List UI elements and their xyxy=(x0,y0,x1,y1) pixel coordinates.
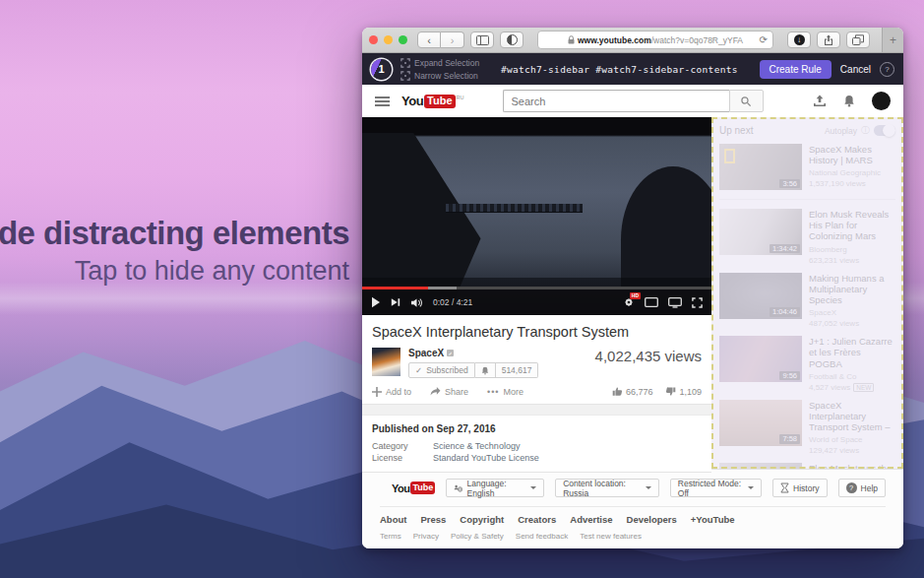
footer-youtube-logo[interactable]: You Tube xyxy=(392,482,435,495)
narrow-selection-button[interactable]: Narrow Selection xyxy=(400,71,479,81)
channel-name[interactable]: SpaceX xyxy=(408,348,444,358)
volume-button[interactable] xyxy=(410,297,423,308)
help-button[interactable]: ? xyxy=(880,62,894,77)
next-button[interactable] xyxy=(391,297,400,307)
add-to-button[interactable]: Add to xyxy=(372,387,411,397)
caret-down-icon xyxy=(530,486,536,489)
location-label: Content location: Russia xyxy=(563,479,640,498)
history-button[interactable]: History xyxy=(772,479,827,497)
watch-sidebar: Up next Autoplay ⓘ 3:56 SpaceX Makes His… xyxy=(711,117,903,469)
video-description: Published on Sep 27, 2016 Category Scien… xyxy=(362,415,711,473)
add-icon xyxy=(372,387,382,397)
view-count: 4,022,435 views xyxy=(595,348,702,364)
like-button[interactable]: 66,776 xyxy=(612,386,653,397)
language-label: Language: English xyxy=(466,479,524,498)
subscription-bell-button[interactable] xyxy=(475,362,496,378)
footer-logo-you: You xyxy=(392,482,409,495)
search-button[interactable] xyxy=(729,90,764,112)
channel-thumbnail[interactable] xyxy=(372,348,400,376)
footer-sublink[interactable]: Send feedback xyxy=(516,532,568,541)
subscriber-count: 514,617 xyxy=(496,362,539,378)
video-player[interactable]: 0:02 / 4:21 HD xyxy=(362,117,711,315)
expand-selection-icon xyxy=(400,58,410,68)
restricted-label: Restricted Mode: Off xyxy=(678,479,742,498)
extension-button[interactable]: ↓ xyxy=(787,32,811,48)
fullscreen-button[interactable] xyxy=(692,297,703,308)
category-value[interactable]: Science & Technology xyxy=(433,441,520,451)
footer-sublinks: Terms Privacy Policy & Safety Send feedb… xyxy=(380,532,886,541)
sidebar-toggle-button[interactable] xyxy=(470,32,494,48)
youtube-logo[interactable]: You Tube RU xyxy=(401,95,464,108)
footer-link[interactable]: Developers xyxy=(627,514,677,525)
notifications-button[interactable] xyxy=(843,95,855,107)
footer-link[interactable]: Advertise xyxy=(570,514,612,525)
expand-selection-label: Expand Selection xyxy=(414,58,479,68)
footer-link[interactable]: Press xyxy=(420,514,446,525)
footer-help-button[interactable]: ? Help xyxy=(838,479,886,497)
footer-link[interactable]: About xyxy=(380,514,406,525)
close-window-button[interactable] xyxy=(369,35,378,44)
content-location-picker[interactable]: Content location: Russia xyxy=(555,479,659,497)
cancel-button[interactable]: Cancel xyxy=(840,64,871,75)
help-circle-icon: ? xyxy=(846,482,857,493)
miniplayer-button[interactable] xyxy=(645,297,658,307)
upload-button[interactable] xyxy=(813,95,827,107)
footer-sublink[interactable]: Test new features xyxy=(580,532,642,541)
narrow-selection-icon xyxy=(400,71,410,81)
caret-down-icon xyxy=(748,486,754,489)
footer-sublink[interactable]: Policy & Safety xyxy=(451,532,504,541)
subscribed-label: Subscribed xyxy=(426,365,468,375)
share-icon xyxy=(824,34,833,46)
thumbs-down-icon xyxy=(665,386,676,397)
new-tab-button[interactable]: + xyxy=(882,28,903,52)
license-label: License xyxy=(372,453,433,463)
tv-screen-icon xyxy=(668,297,682,308)
rocket-nose-silhouette xyxy=(621,166,711,289)
account-avatar[interactable] xyxy=(872,92,891,110)
promo-text: Hide distracting elements Tap to hide an… xyxy=(0,217,349,285)
footer-link[interactable]: Creators xyxy=(518,514,556,525)
share-button[interactable] xyxy=(817,32,840,48)
footer-link[interactable]: +YouTube xyxy=(691,514,735,525)
license-value[interactable]: Standard YouTube License xyxy=(433,453,539,463)
expand-selection-button[interactable]: Expand Selection xyxy=(400,58,479,68)
forward-button[interactable]: › xyxy=(441,32,464,48)
tabs-icon xyxy=(852,34,864,45)
logo-region-badge: RU xyxy=(457,95,464,100)
menu-button[interactable] xyxy=(375,96,390,106)
next-icon xyxy=(391,297,400,307)
create-rule-button[interactable]: Create Rule xyxy=(760,60,832,79)
progress-buffered xyxy=(428,287,456,289)
zoom-window-button[interactable] xyxy=(399,35,407,44)
verified-badge-icon: ✓ xyxy=(447,350,454,356)
progress-played xyxy=(362,287,428,289)
play-button[interactable] xyxy=(371,296,381,308)
main-column: 0:02 / 4:21 HD xyxy=(362,117,711,469)
lock-icon xyxy=(568,35,575,44)
footer-link[interactable]: Copyright xyxy=(460,514,504,525)
video-info-card: SpaceX Interplanetary Transport System S… xyxy=(362,315,711,405)
progress-bar[interactable] xyxy=(362,287,711,289)
theater-mode-button[interactable] xyxy=(668,297,682,308)
url-field[interactable]: www.youtube.com/watch?v=0qo78R_yYFA ⟳ xyxy=(537,31,773,49)
search-input[interactable] xyxy=(503,90,729,112)
share-video-button[interactable]: Share xyxy=(430,387,468,397)
subscribed-button[interactable]: ✓ Subscribed xyxy=(408,362,475,378)
reload-icon[interactable]: ⟳ xyxy=(760,35,768,45)
restricted-mode-picker[interactable]: Restricted Mode: Off xyxy=(670,479,762,497)
shield-toggle-button[interactable] xyxy=(500,32,524,48)
more-button[interactable]: ••• More xyxy=(487,387,524,397)
minimize-window-button[interactable] xyxy=(384,35,393,44)
dislike-button[interactable]: 1,109 xyxy=(665,386,702,397)
settings-button[interactable]: HD xyxy=(623,296,635,308)
language-picker[interactable]: Language: English xyxy=(446,479,544,497)
selection-overlay[interactable] xyxy=(711,117,903,469)
footer-sublink[interactable]: Privacy xyxy=(413,532,439,541)
back-button[interactable]: ‹ xyxy=(417,32,441,48)
player-controls: 0:02 / 4:21 HD xyxy=(362,287,711,315)
footer-sublink[interactable]: Terms xyxy=(380,532,401,541)
tabs-button[interactable] xyxy=(846,32,870,48)
check-icon: ✓ xyxy=(415,365,422,375)
more-dots-icon: ••• xyxy=(487,387,499,397)
history-hourglass-icon xyxy=(780,482,789,493)
